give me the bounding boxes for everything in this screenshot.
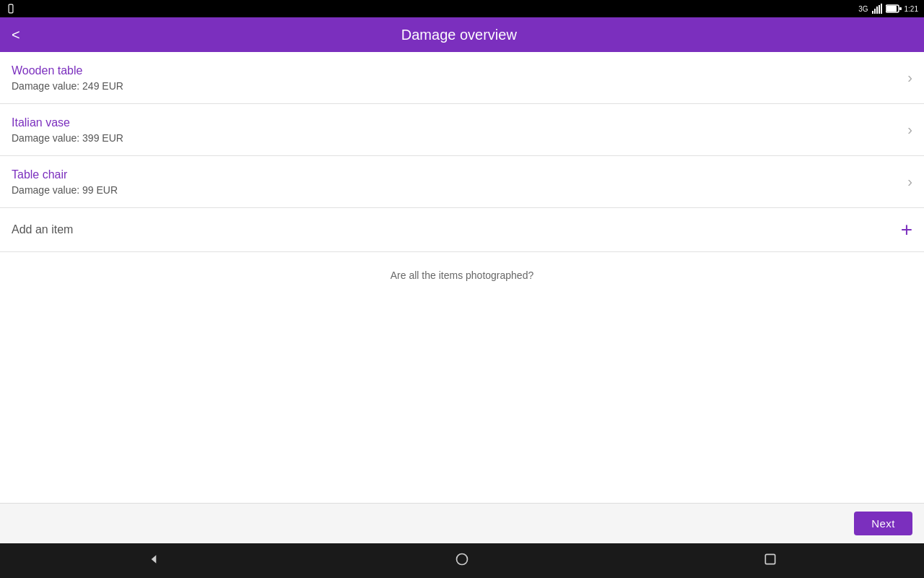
battery-icon	[886, 4, 902, 13]
item-content: Table chair Damage value: 99 EUR	[12, 168, 118, 196]
time-label: 1:21	[905, 5, 918, 13]
item-name: Wooden table	[12, 64, 123, 77]
signal-icon	[871, 4, 883, 14]
svg-rect-8	[899, 7, 902, 10]
nav-recent-icon[interactable]	[757, 546, 783, 576]
svg-marker-9	[152, 555, 157, 564]
list-item[interactable]: Italian vase Damage value: 399 EUR ›	[0, 104, 924, 156]
network-label: 3G	[858, 5, 868, 13]
svg-point-10	[456, 553, 467, 564]
item-damage: Damage value: 399 EUR	[12, 132, 123, 144]
status-icons: 3G 1:21	[858, 4, 918, 14]
add-item-row[interactable]: Add an item +	[0, 208, 924, 252]
add-item-label: Add an item	[12, 223, 73, 236]
svg-rect-1	[872, 11, 873, 14]
item-damage: Damage value: 99 EUR	[12, 184, 118, 196]
svg-rect-4	[879, 5, 880, 14]
svg-rect-3	[876, 7, 878, 14]
next-button[interactable]: Next	[854, 512, 912, 535]
list-item[interactable]: Table chair Damage value: 99 EUR ›	[0, 156, 924, 208]
chevron-right-icon: ›	[907, 121, 912, 138]
item-damage: Damage value: 249 EUR	[12, 80, 123, 92]
page-title: Damage overview	[32, 27, 886, 43]
item-content: Wooden table Damage value: 249 EUR	[12, 64, 123, 92]
main-content: Wooden table Damage value: 249 EUR › Ita…	[0, 52, 924, 503]
item-name: Table chair	[12, 168, 118, 181]
phone-icon	[6, 4, 16, 14]
status-bar: 3G 1:21	[0, 0, 924, 17]
svg-rect-11	[765, 554, 775, 564]
status-left	[6, 4, 16, 14]
svg-rect-7	[886, 6, 897, 12]
photo-question-text: Are all the items photographed?	[391, 269, 533, 281]
item-name: Italian vase	[12, 116, 123, 129]
nav-home-icon[interactable]	[449, 546, 475, 576]
app-bar: < Damage overview	[0, 17, 924, 52]
chevron-right-icon: ›	[907, 173, 912, 190]
svg-rect-5	[881, 4, 882, 14]
nav-back-icon[interactable]	[141, 546, 167, 576]
chevron-right-icon: ›	[907, 69, 912, 86]
photo-question: Are all the items photographed?	[0, 252, 924, 298]
svg-rect-0	[9, 4, 13, 13]
nav-bar	[0, 543, 924, 578]
list-item[interactable]: Wooden table Damage value: 249 EUR ›	[0, 52, 924, 104]
back-button[interactable]: <	[12, 27, 20, 42]
item-content: Italian vase Damage value: 399 EUR	[12, 116, 123, 144]
bottom-bar: Next	[0, 503, 924, 543]
add-icon: +	[901, 220, 912, 240]
svg-rect-2	[874, 9, 876, 14]
